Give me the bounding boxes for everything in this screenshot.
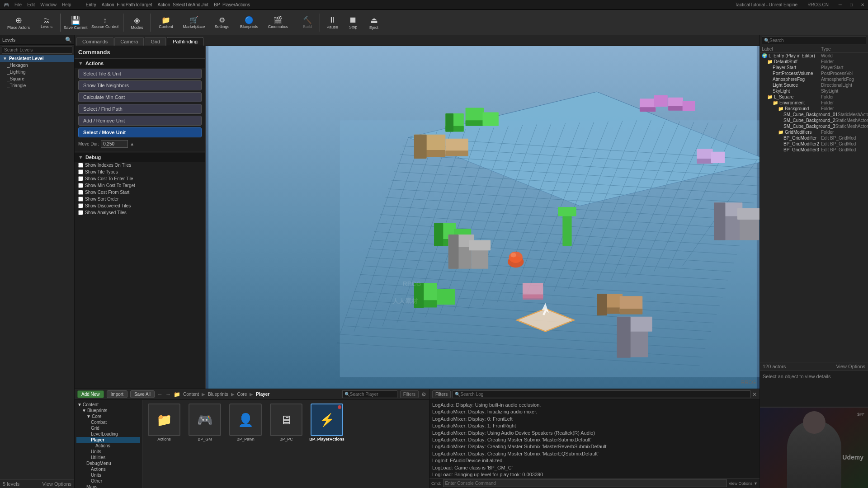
tree-item-debugmenu[interactable]: DebugMenu <box>76 460 140 466</box>
log-cmd-input[interactable] <box>443 479 727 487</box>
cb-folder-icon[interactable]: 📁 <box>174 391 180 398</box>
source-control-btn[interactable]: ↕ Source Control <box>89 16 121 29</box>
debug-show-min-cost-checkbox[interactable] <box>78 183 83 188</box>
tree-item-maps[interactable]: Maps <box>76 484 140 488</box>
debug-show-discovered-checkbox[interactable] <box>78 203 83 208</box>
btn-show-tile-neighbors[interactable]: Show Tile Neighbors <box>78 80 202 90</box>
level-item-persistent[interactable]: ▼ Persistent Level <box>0 55 74 62</box>
rp-item-playerstart[interactable]: Player Start PlayerStart <box>760 65 868 70</box>
debug-show-indexes-checkbox[interactable] <box>78 163 83 168</box>
rp-item-bpgm2[interactable]: BP_GridModifier2 Edit BP_GridMod <box>760 141 868 147</box>
settings-btn[interactable]: ⚙ Settings <box>209 16 235 29</box>
modes-btn[interactable]: ◈ Modes <box>126 15 148 30</box>
levels-search-bar[interactable] <box>2 46 72 54</box>
log-view-options[interactable]: View Options ▼ <box>729 481 758 486</box>
add-new-button[interactable]: Add New <box>77 390 104 398</box>
cinematics-btn[interactable]: 🎬 Cinematics <box>264 16 292 29</box>
tree-item-content[interactable]: ▼ Content <box>76 402 140 408</box>
level-item-hexagon[interactable]: _Hexagon <box>0 62 74 69</box>
rp-item-skylight[interactable]: SkyLight SkyLight <box>760 88 868 94</box>
cb-back-icon[interactable]: ← <box>157 391 163 398</box>
rp-item-postprocess[interactable]: PostProcessVolume PostProcessVol <box>760 70 868 76</box>
cb-filters-btn[interactable]: Filters <box>400 390 419 398</box>
cb-search-input[interactable] <box>350 392 395 397</box>
log-search-bar[interactable]: 🔍 <box>453 390 750 398</box>
debug-show-tile-types[interactable]: Show Tile Types <box>75 169 205 175</box>
btn-select-tile-unit[interactable]: Select Tile & Unit <box>78 69 202 79</box>
level-item-triangle[interactable]: _Triangle <box>0 82 74 89</box>
tab-action-findpath[interactable]: Action_FindPathToTarget <box>102 2 152 7</box>
tree-item-utilities[interactable]: Utilities <box>76 455 140 460</box>
levels-btn[interactable]: 🗂 Levels <box>35 16 58 29</box>
close-btn[interactable]: ✕ <box>861 2 864 7</box>
tree-item-actions[interactable]: Actions <box>76 443 140 449</box>
log-search-input[interactable] <box>460 392 748 397</box>
rp-search-input[interactable] <box>769 38 864 43</box>
marketplace-btn[interactable]: 🛒 Marketplace <box>179 16 208 29</box>
move-dur-input[interactable] <box>101 140 128 148</box>
rp-item-atmosfog[interactable]: AtmosphereFog AtmosphericFog <box>760 76 868 82</box>
viewport-3d[interactable]: RRCG 人人素材 RRCG <box>206 46 760 389</box>
debug-show-discovered[interactable]: Show Discovered Tiles <box>75 202 205 209</box>
tree-item-blueprints[interactable]: ▼ Blueprints <box>76 408 140 413</box>
rp-item-background[interactable]: 📁 Background Folder <box>760 106 868 112</box>
cb-search-bar[interactable]: 🔍 <box>342 390 397 398</box>
debug-show-analysed[interactable]: Show Analysed Tiles <box>75 209 205 216</box>
cb-breadcrumb-core[interactable]: Core <box>237 392 247 397</box>
rp-item-cube01[interactable]: SM_Cube_Background_01 StaticMeshActor <box>760 112 868 117</box>
debug-section-header[interactable]: ▼ Debug <box>75 153 205 162</box>
debug-show-cost-start-checkbox[interactable] <box>78 190 83 195</box>
level-item-square[interactable]: _Square <box>0 75 74 82</box>
levels-search-icon[interactable]: 🔍 <box>65 37 72 43</box>
tree-item-actions2[interactable]: Actions <box>76 466 140 472</box>
stop-btn[interactable]: ⏹ Stop <box>343 15 363 29</box>
tab-entry[interactable]: Entry <box>86 2 96 7</box>
cb-settings-icon[interactable]: ⚙ <box>421 391 426 398</box>
actions-section-header[interactable]: ▼ Actions <box>75 59 205 68</box>
menu-window[interactable]: Window <box>40 2 57 7</box>
menu-file[interactable]: File <box>14 2 22 7</box>
tab-camera[interactable]: Camera <box>114 37 144 46</box>
rp-item-lsquare[interactable]: 📁 L_Square Folder <box>760 94 868 100</box>
tree-item-core[interactable]: ▼ Core <box>76 413 140 419</box>
rp-item-bpgm1[interactable]: BP_GridModifier Edit BP_GridMod <box>760 135 868 141</box>
debug-show-min-cost[interactable]: Show Min Cost To Target <box>75 182 205 189</box>
btn-select-move-unit[interactable]: Select / Move Unit <box>78 127 202 137</box>
cb-forward-icon[interactable]: → <box>165 391 171 398</box>
save-all-button[interactable]: Save All <box>130 390 155 398</box>
tree-item-units2[interactable]: Units <box>76 472 140 478</box>
rp-item-gridmod-folder[interactable]: 📁 GridModifiers Folder <box>760 129 868 135</box>
rp-item-environment[interactable]: 📁 Environment Folder <box>760 100 868 106</box>
rp-item-cube02[interactable]: SM_Cube_Background_2 StaticMeshActor <box>760 117 868 123</box>
asset-bp-pc[interactable]: 🖥 BP_PC <box>268 404 304 441</box>
tree-item-levelload[interactable]: LevelLoading <box>76 431 140 437</box>
menu-edit[interactable]: Edit <box>27 2 35 7</box>
rp-item-bpgm3[interactable]: BP_GridModifier3 Edit BP_GridMod <box>760 147 868 153</box>
levels-search-input[interactable] <box>4 47 70 52</box>
debug-show-sort-order[interactable]: Show Sort Order <box>75 196 205 202</box>
build-btn[interactable]: 🔨 Build <box>297 16 317 29</box>
btn-add-remove-unit[interactable]: Add / Remove Unit <box>78 116 202 126</box>
btn-calculate-min-cost[interactable]: Calculate Min Cost <box>78 92 202 102</box>
tree-item-units[interactable]: Units <box>76 449 140 455</box>
debug-show-tile-types-checkbox[interactable] <box>78 169 83 174</box>
asset-actions[interactable]: 📁 Actions <box>146 404 182 441</box>
pause-btn[interactable]: ⏸ Pause <box>322 15 342 29</box>
rp-search-bar[interactable]: 🔍 <box>762 37 866 44</box>
content-btn[interactable]: 📁 Content <box>153 16 179 29</box>
cb-breadcrumb-player[interactable]: Player <box>256 392 269 397</box>
btn-select-find-path[interactable]: Select / Find Path <box>78 104 202 114</box>
level-item-lighting[interactable]: _Lighting <box>0 69 74 75</box>
minimize-btn[interactable]: ─ <box>839 2 842 7</box>
tree-item-grid[interactable]: Grid <box>76 425 140 431</box>
debug-show-indexes[interactable]: Show Indexes On Tiles <box>75 162 205 169</box>
save-current-btn[interactable]: 💾 Save Current <box>63 15 88 30</box>
debug-show-cost-enter[interactable]: Show Cost To Enter Tile <box>75 175 205 182</box>
rp-item-cube03[interactable]: SM_Cube_Background_3 StaticMeshActor <box>760 123 868 129</box>
rp-view-options[interactable]: View Options <box>836 364 865 369</box>
tree-item-other[interactable]: Other <box>76 478 140 484</box>
view-options-levels[interactable]: View Options <box>42 481 71 487</box>
blueprints-btn[interactable]: 🔵 Blueprints <box>236 16 263 29</box>
import-button[interactable]: Import <box>107 390 127 398</box>
rp-item-defaultstuff[interactable]: 📁 DefaultStuff Folder <box>760 59 868 65</box>
